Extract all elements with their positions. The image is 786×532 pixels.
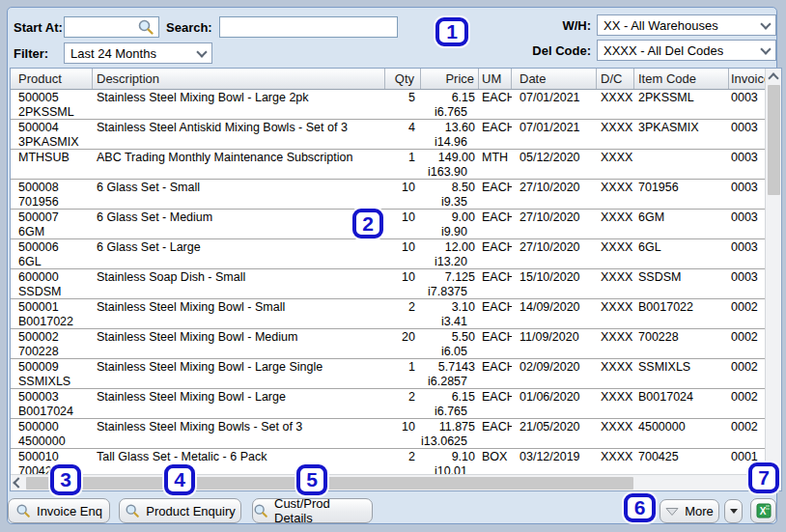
- column-header-dc[interactable]: D/C: [597, 69, 634, 89]
- column-header-description[interactable]: Description: [93, 69, 385, 89]
- cell-item: 2PKSSML: [634, 90, 729, 119]
- annotation-badge-4: 4: [164, 464, 195, 495]
- cell-item: 4500000: [634, 419, 729, 448]
- warehouse-select[interactable]: XX - All Warehouses: [597, 14, 776, 36]
- table-row[interactable]: 500010700425Tall Glass Set - Metalic - 6…: [11, 449, 765, 475]
- cell-price: 11.875i13.0625: [421, 419, 479, 448]
- horizontal-scrollbar[interactable]: [11, 474, 765, 490]
- invoice-enq-button[interactable]: Invoice Enq: [8, 498, 110, 523]
- cell-description: Stainless Soap Dish - Small: [93, 269, 385, 298]
- table-row[interactable]: 5000066GL6 Glass Set - Large1012.00i13.2…: [11, 239, 765, 269]
- search-input[interactable]: [219, 16, 398, 38]
- svg-text:X: X: [759, 506, 766, 517]
- cell-price: 12.00i13.20: [421, 239, 479, 268]
- column-header-date[interactable]: Date: [512, 69, 597, 89]
- table-row[interactable]: 5000052PKSSMLStainless Steel Mixing Bowl…: [11, 90, 765, 120]
- cell-um: EACH: [479, 269, 512, 298]
- annotation-badge-5: 5: [296, 464, 327, 495]
- product-enquiry-button[interactable]: Product Enquiry: [119, 498, 241, 523]
- cell-date: 01/06/2020: [512, 389, 597, 418]
- cell-price: 8.50i9.35: [421, 180, 479, 209]
- cell-dc: XXXX: [597, 180, 634, 209]
- column-header-qty[interactable]: Qty: [385, 69, 421, 89]
- cell-product: 5000076GM: [11, 210, 93, 238]
- cust-prod-details-button[interactable]: Cust/Prod Details: [252, 498, 373, 523]
- cell-um: EACH: [479, 329, 512, 358]
- cell-date: 21/05/2020: [512, 419, 597, 448]
- more-button[interactable]: More: [660, 499, 719, 523]
- cell-date: 07/01/2021: [512, 120, 597, 149]
- cell-invoice: 0002: [729, 359, 765, 388]
- vertical-scrollbar[interactable]: [765, 69, 781, 475]
- cell-um: EACH: [479, 389, 512, 418]
- cell-description: 6 Glass Set - Medium: [93, 210, 385, 238]
- cell-date: 14/09/2020: [512, 299, 597, 328]
- cell-qty: 10: [385, 269, 421, 298]
- table-row[interactable]: 5000043PKASMIXStainless Steel Antiskid M…: [11, 120, 765, 150]
- cell-dc: XXXX: [597, 359, 634, 388]
- scroll-left-button[interactable]: [11, 475, 26, 490]
- annotation-badge-6: 6: [624, 493, 656, 522]
- filter-label: Filter:: [14, 46, 48, 61]
- cell-price: 3.10i3.41: [421, 299, 479, 328]
- cell-product: 5000052PKSSML: [11, 90, 93, 119]
- results-table: ProductDescriptionQtyPriceUMDateD/CItem …: [10, 68, 782, 491]
- invoice-enq-label: Invoice Enq: [37, 504, 102, 518]
- chevron-down-icon: [760, 43, 771, 54]
- cell-product: 500003B0017024: [11, 389, 93, 418]
- cell-description: ABC Trading Monthly Maintenance Subscrip…: [93, 150, 385, 179]
- more-dropdown-button[interactable]: [724, 499, 743, 523]
- vertical-scroll-thumb[interactable]: [768, 85, 780, 195]
- cell-invoice: 0003: [729, 269, 765, 298]
- cell-qty: 1: [385, 150, 421, 179]
- column-header-um[interactable]: UM: [479, 69, 512, 89]
- cell-item: [634, 150, 729, 179]
- product-enquiry-label: Product Enquiry: [146, 504, 236, 518]
- table-row[interactable]: 500001B0017022Stainless Steel Mixing Bow…: [11, 299, 765, 329]
- table-row[interactable]: 500003B0017024Stainless Steel Mixing Bow…: [11, 389, 765, 419]
- annotation-badge-2: 2: [352, 209, 383, 238]
- cell-description: Stainless Steel Mixing Bowl - Large Sing…: [93, 359, 385, 388]
- scroll-up-button[interactable]: [766, 69, 781, 84]
- cell-description: 6 Glass Set - Small: [93, 180, 385, 209]
- caret-down-icon: [730, 509, 738, 514]
- horizontal-scroll-thumb[interactable]: [26, 477, 633, 490]
- cell-date: 02/09/2020: [512, 359, 597, 388]
- start-at-label: Start At:: [14, 20, 63, 35]
- filter-select[interactable]: Last 24 Months: [64, 42, 212, 64]
- table-row[interactable]: 5000004500000Stainless Steel Mixing Bowl…: [11, 419, 765, 449]
- cell-invoice: 0002: [729, 329, 765, 358]
- cell-date: 27/10/2020: [512, 180, 597, 209]
- table-row[interactable]: 500009SSMIXLSStainless Steel Mixing Bowl…: [11, 359, 765, 389]
- column-header-product[interactable]: Product: [11, 69, 93, 89]
- cell-item: B0017022: [634, 299, 729, 328]
- cell-description: Stainless Steel Antiskid Mixing Bowls - …: [93, 120, 385, 149]
- cell-um: BOX: [479, 449, 512, 475]
- column-header-item[interactable]: Item Code: [634, 69, 729, 89]
- magnifier-icon: [15, 503, 31, 518]
- cell-date: 27/10/2020: [512, 210, 597, 238]
- filter-value: Last 24 Months: [70, 46, 156, 61]
- table-row[interactable]: 600000SSDSMStainless Soap Dish - Small10…: [11, 269, 765, 299]
- excel-export-button[interactable]: X: [750, 498, 776, 523]
- cell-um: EACH: [479, 210, 512, 238]
- table-row[interactable]: 5000087019566 Glass Set - Small108.50i9.…: [11, 180, 765, 210]
- cell-product: 500008701956: [11, 180, 93, 209]
- cell-qty: 2: [385, 299, 421, 328]
- table-row[interactable]: 5000076GM6 Glass Set - Medium109.00i9.90…: [11, 210, 765, 239]
- cell-item: 3PKASMIX: [634, 120, 729, 149]
- cell-dc: XXXX: [597, 329, 634, 358]
- table-row[interactable]: MTHSUBABC Trading Monthly Maintenance Su…: [11, 150, 765, 180]
- cell-date: 03/12/2019: [512, 449, 597, 475]
- cell-description: Stainless Steel Mixing Bowl - Large 2pk: [93, 90, 385, 119]
- cell-date: 07/01/2021: [512, 90, 597, 119]
- cell-date: 15/10/2020: [512, 269, 597, 298]
- del-code-select[interactable]: XXXX - All Del Codes: [597, 40, 776, 61]
- table-row[interactable]: 500002700228Stainless Steel Mixing Bowl …: [11, 329, 765, 359]
- cell-product: 5000043PKASMIX: [11, 120, 93, 149]
- cell-description: 6 Glass Set - Large: [93, 239, 385, 268]
- cell-invoice: 0002: [729, 299, 765, 328]
- column-header-invoice[interactable]: Invoice: [729, 69, 765, 89]
- column-header-price[interactable]: Price: [421, 69, 479, 89]
- cell-invoice: 0003: [729, 150, 765, 179]
